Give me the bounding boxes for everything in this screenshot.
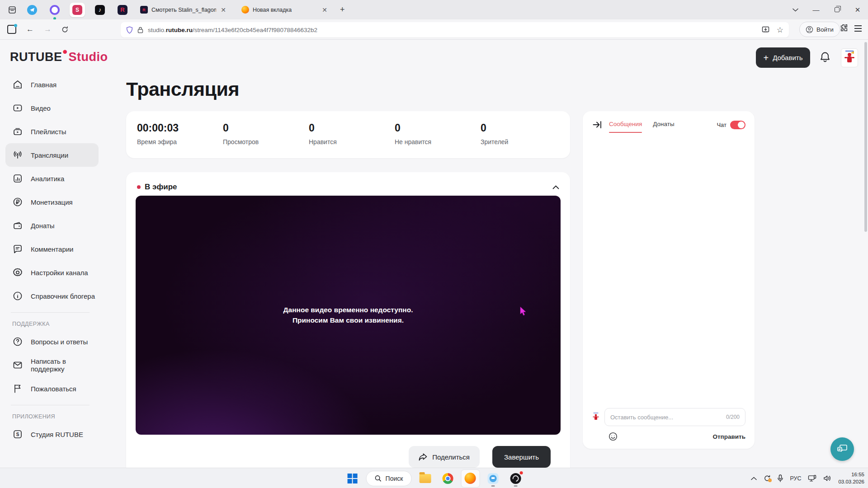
collapse-chevron-icon[interactable] xyxy=(552,185,559,189)
screen: S ♪ R R Смотреть Stalin_s_flagom на RU ✕… xyxy=(0,0,868,488)
taskbar-clock[interactable]: 16:55 03.03.2026 xyxy=(838,471,864,485)
stat-label: Не нравится xyxy=(395,138,481,145)
tab-messages[interactable]: Сообщения xyxy=(609,121,642,133)
language-indicator[interactable]: РУС xyxy=(790,475,801,482)
browser-tab-stalin[interactable]: R Смотреть Stalin_s_flagom на RU ✕ xyxy=(136,2,231,18)
emoji-smiley-icon[interactable] xyxy=(608,432,618,441)
sidebar-item-playlists[interactable]: Плейлисты xyxy=(0,120,100,143)
comment-icon xyxy=(12,244,23,254)
share-button[interactable]: Поделиться xyxy=(409,446,480,468)
chat-tabs: Сообщения Донаты xyxy=(609,121,717,133)
menu-hamburger-icon[interactable] xyxy=(854,25,862,32)
sidebar-item-monetization[interactable]: Монетизация xyxy=(0,190,100,214)
rutube-studio-logo[interactable]: RUTUBE•Studio xyxy=(10,50,108,64)
sidebar-item-report[interactable]: Пожаловаться xyxy=(0,377,100,400)
stat-dislikes: 0 Не нравится xyxy=(395,122,481,158)
taskbar-chrome[interactable] xyxy=(439,470,457,487)
sidebar-item-donates[interactable]: Донаты xyxy=(0,214,100,237)
tab-close-icon[interactable]: ✕ xyxy=(220,6,227,14)
sidebar-item-label: Справочник блогера xyxy=(31,292,95,300)
url-bar[interactable]: studio.rutube.ru/stream/1143e6f20cb45ea4… xyxy=(121,22,789,38)
notifications-bell-icon[interactable] xyxy=(819,51,831,64)
collapse-panel-icon[interactable] xyxy=(593,121,602,129)
profile-avatar[interactable] xyxy=(841,48,858,67)
display-tray-icon[interactable] xyxy=(808,475,816,482)
finish-stream-button[interactable]: Завершить xyxy=(492,446,551,468)
folder-icon xyxy=(419,474,431,483)
stat-viewers: 0 Зрителей xyxy=(481,122,566,158)
minimize-button[interactable]: — xyxy=(806,0,826,19)
sidebar-item-studio-app[interactable]: S Студия RUTUBE xyxy=(0,422,100,446)
back-button[interactable]: ← xyxy=(26,25,34,34)
new-tab-button[interactable]: + xyxy=(340,5,345,14)
sidebar-item-video[interactable]: Видео xyxy=(0,96,100,120)
sidebar-item-home[interactable]: Главная xyxy=(0,73,100,96)
chat-bubbles-icon xyxy=(836,444,848,455)
tab-close-icon[interactable]: ✕ xyxy=(321,6,328,14)
taskbar-firefox-active[interactable] xyxy=(461,470,479,487)
vertical-tabs-icon[interactable] xyxy=(6,4,18,16)
sidebar-item-label: Аналитика xyxy=(31,175,64,183)
reload-button[interactable] xyxy=(61,26,68,33)
start-button[interactable] xyxy=(344,470,362,487)
sidebar-item-broadcasts[interactable]: Трансляции xyxy=(5,143,99,167)
pinned-tab-studio-active[interactable]: S xyxy=(70,3,85,17)
ruble-icon xyxy=(12,197,23,207)
microphone-tray-icon[interactable] xyxy=(778,474,783,482)
broadcast-icon xyxy=(12,150,23,160)
home-icon xyxy=(12,79,23,90)
taskbar-search[interactable]: Поиск xyxy=(366,471,412,486)
rutube-icon: R xyxy=(118,5,127,15)
video-player[interactable]: Данное видео временно недоступно. Принос… xyxy=(136,196,561,435)
chat-toggle-switch[interactable] xyxy=(730,121,745,129)
sidebar-item-analytics[interactable]: Аналитика xyxy=(0,167,100,190)
pinned-tab-tiktok[interactable]: ♪ xyxy=(92,3,108,17)
sidebar-item-blogger-guide[interactable]: Справочник блогера xyxy=(0,284,100,308)
support-chat-fab[interactable] xyxy=(830,437,854,461)
pinned-tab-telegram[interactable] xyxy=(24,3,40,17)
bookmark-star-icon[interactable]: ☆ xyxy=(777,25,783,35)
lock-icon xyxy=(137,27,143,33)
restore-button[interactable] xyxy=(826,0,847,19)
tab-title: Новая вкладка xyxy=(253,7,317,13)
tab-list-chevron-icon[interactable] xyxy=(785,0,806,19)
send-button[interactable]: Отправить xyxy=(712,433,745,440)
extensions-puzzle-icon[interactable] xyxy=(840,23,849,32)
browser-login-button[interactable]: Войти xyxy=(799,22,840,37)
video-message-line2: Приносим Вам свои извинения. xyxy=(283,315,413,325)
sidebar: Главная Видео Плейлисты Трансляции Анали… xyxy=(0,73,100,446)
taskbar-file-explorer[interactable] xyxy=(416,470,434,487)
browser-tab-new[interactable]: Новая вкладка ✕ xyxy=(237,2,333,18)
sidebar-item-comments[interactable]: Комментарии xyxy=(0,237,100,261)
firefox-view-icon[interactable] xyxy=(7,25,16,34)
rutube-favicon: R xyxy=(140,6,148,14)
app-header: RUTUBE•Studio + Добавить xyxy=(0,40,868,73)
page-scrollbar[interactable] xyxy=(864,42,867,232)
close-button[interactable]: ✕ xyxy=(847,0,868,19)
save-page-icon[interactable] xyxy=(762,26,769,34)
forward-button[interactable]: → xyxy=(44,25,52,34)
pinned-tab-app[interactable] xyxy=(47,3,62,17)
sidebar-item-faq[interactable]: Вопросы и ответы xyxy=(0,330,100,353)
stat-label: Время эфира xyxy=(137,138,223,145)
live-header: В эфире xyxy=(126,172,570,196)
chat-message-input[interactable] xyxy=(610,414,722,421)
mouse-cursor xyxy=(520,307,527,317)
tray-chevron-up-icon[interactable] xyxy=(751,477,757,480)
taskbar-messenger[interactable] xyxy=(484,470,502,487)
sidebar-item-label: Трансляции xyxy=(31,151,68,159)
sidebar-item-channel-settings[interactable]: Настройки канала xyxy=(0,261,100,284)
logo-dot: • xyxy=(63,44,68,59)
taskbar-obs[interactable] xyxy=(506,470,524,487)
volume-tray-icon[interactable] xyxy=(823,475,831,482)
sidebar-item-write-support[interactable]: Написать в поддержку xyxy=(0,353,100,377)
tab-donates[interactable]: Донаты xyxy=(653,121,674,133)
date: 03.03.2026 xyxy=(838,479,864,486)
pinned-tab-rutube[interactable]: R xyxy=(115,3,130,17)
sync-tray-icon[interactable] xyxy=(764,475,771,482)
url-path: /stream/1143e6f20cb45ea4f7f98078846632b2 xyxy=(193,27,317,33)
wallet-icon xyxy=(12,220,23,231)
add-button[interactable]: + Добавить xyxy=(756,47,810,68)
time: 16:55 xyxy=(838,471,864,479)
question-icon xyxy=(12,336,23,347)
